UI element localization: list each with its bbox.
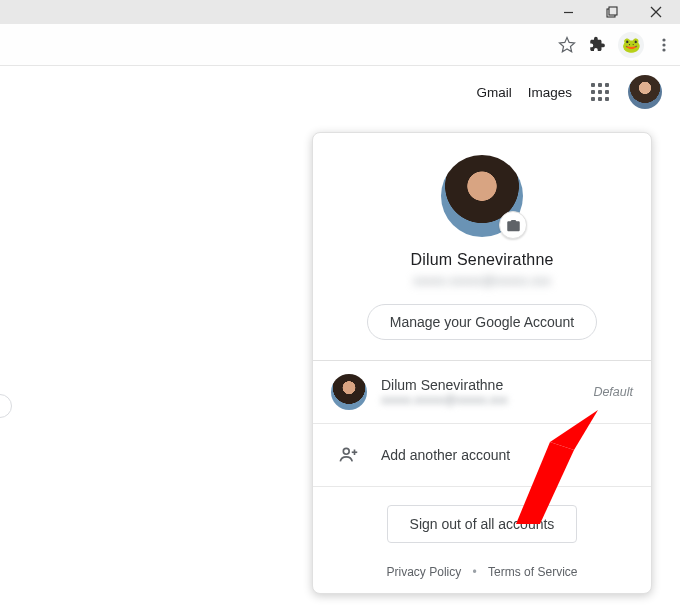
account-row-text: Dilum Senevirathne xxxxx.xxxxx@xxxxx.xxx xyxy=(381,377,579,407)
change-photo-button[interactable] xyxy=(499,211,527,239)
person-add-icon xyxy=(331,437,367,473)
account-row-name: Dilum Senevirathne xyxy=(381,377,579,393)
window-titlebar xyxy=(0,0,680,24)
google-apps-icon[interactable] xyxy=(588,80,612,104)
svg-point-7 xyxy=(662,48,665,51)
avatar-wrap xyxy=(441,155,523,237)
account-row-email: xxxxx.xxxxx@xxxxx.xxx xyxy=(381,393,579,407)
browser-profile-chip[interactable]: 🐸 xyxy=(618,32,644,58)
profile-email: xxxxx.xxxxx@xxxxx.xxx xyxy=(333,273,631,288)
profile-name: Dilum Senevirathne xyxy=(333,251,631,269)
svg-point-6 xyxy=(662,43,665,46)
bookmark-star-icon[interactable] xyxy=(558,36,576,54)
add-account-row[interactable]: Add another account xyxy=(313,424,651,487)
footer-separator: • xyxy=(473,565,477,579)
account-row[interactable]: Dilum Senevirathne xxxxx.xxxxx@xxxxx.xxx… xyxy=(313,361,651,424)
google-header: Gmail Images xyxy=(0,66,680,118)
svg-point-8 xyxy=(343,448,349,454)
add-account-label: Add another account xyxy=(381,447,510,463)
manage-account-button[interactable]: Manage your Google Account xyxy=(367,304,597,340)
gmail-link[interactable]: Gmail xyxy=(476,85,511,100)
svg-point-5 xyxy=(662,38,665,41)
browser-menu-icon[interactable] xyxy=(656,37,672,53)
account-menu: Dilum Senevirathne xxxxx.xxxxx@xxxxx.xxx… xyxy=(312,132,652,594)
camera-icon xyxy=(506,218,521,233)
extensions-icon[interactable] xyxy=(588,36,606,54)
privacy-policy-link[interactable]: Privacy Policy xyxy=(387,565,462,579)
images-link[interactable]: Images xyxy=(528,85,572,100)
account-row-avatar xyxy=(331,374,367,410)
svg-rect-2 xyxy=(609,7,617,15)
window-maximize-button[interactable] xyxy=(590,0,634,24)
carousel-nav-left[interactable] xyxy=(0,394,12,418)
default-account-tag: Default xyxy=(593,385,633,399)
window-minimize-button[interactable] xyxy=(546,0,590,24)
account-avatar-small[interactable] xyxy=(628,75,662,109)
browser-toolbar: 🐸 xyxy=(0,24,680,66)
signout-section: Sign out of all accounts xyxy=(313,487,651,551)
terms-link[interactable]: Terms of Service xyxy=(488,565,577,579)
signout-button[interactable]: Sign out of all accounts xyxy=(387,505,578,543)
profile-section: Dilum Senevirathne xxxxx.xxxxx@xxxxx.xxx… xyxy=(313,133,651,361)
account-menu-footer: Privacy Policy • Terms of Service xyxy=(313,565,651,579)
window-close-button[interactable] xyxy=(634,0,678,24)
